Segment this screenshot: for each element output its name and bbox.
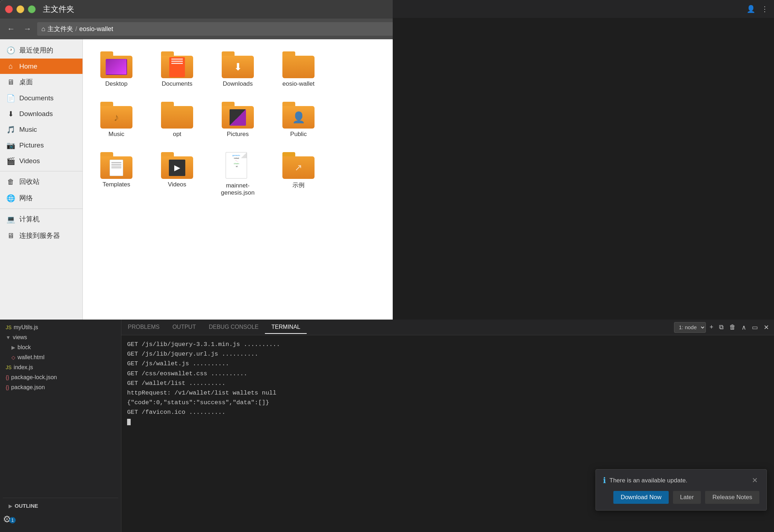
file-item-music[interactable]: ♪ Music — [91, 98, 141, 141]
video-thumb-icon: ▶ — [169, 160, 185, 176]
file-item-example[interactable]: ↗ 示例 — [273, 149, 323, 200]
home-icon: ⌂ — [6, 62, 15, 70]
file-item-desktop[interactable]: Desktop — [91, 48, 141, 91]
term-line-6: httpRequest: /v1/wallet/list wallets nul… — [127, 388, 768, 398]
later-button[interactable]: Later — [673, 491, 701, 504]
explorer-item-myutils[interactable]: JS myUtils.js — [0, 322, 121, 332]
sidebar-item-recent[interactable]: 🕐 最近使用的 — [0, 42, 82, 59]
terminal-up-button[interactable]: ∧ — [739, 322, 748, 332]
release-notes-button[interactable]: Release Notes — [705, 491, 759, 504]
tab-problems[interactable]: PROBLEMS — [121, 321, 166, 334]
explorer-item-packagelock[interactable]: {} package-lock.json — [0, 372, 121, 382]
share-icon: ↗ — [295, 162, 302, 173]
sidebar-label-home: Home — [19, 62, 37, 70]
gear-badge: 1 — [9, 517, 16, 523]
notification-close-button[interactable]: ✕ — [750, 476, 759, 485]
sidebar-item-trash[interactable]: 🗑 回收站 — [0, 174, 82, 190]
vscode-topbar: 👤 ⋮ — [393, 0, 774, 18]
folder-expand-icon: ▼ — [6, 335, 11, 340]
sidebar-label-network: 网络 — [19, 194, 33, 203]
file-item-downloads[interactable]: ⬇ Downloads — [213, 48, 263, 91]
sidebar: 🕐 最近使用的 ⌂ Home 🖥 桌面 📄 Documents ⬇ Downlo… — [0, 39, 83, 320]
sidebar-item-documents[interactable]: 📄 Documents — [0, 90, 82, 106]
pictures-icon: 📷 — [6, 141, 15, 150]
more-icon[interactable]: ⋮ — [761, 5, 768, 13]
outline-expand-icon: ▶ — [9, 503, 12, 509]
explorer-label-packagejson: package.json — [11, 384, 45, 391]
sidebar-item-server[interactable]: 🖥 连接到服务器 — [0, 227, 82, 244]
explorer-label-indexjs: index.js — [14, 364, 33, 371]
music-icon: 🎵 — [6, 125, 15, 134]
file-name-public: Public — [290, 131, 307, 138]
terminal-trash-button[interactable]: 🗑 — [727, 322, 738, 332]
file-item-opt[interactable]: opt — [152, 98, 202, 141]
file-item-templates[interactable]: Templates — [91, 149, 141, 200]
html-icon: ◇ — [11, 355, 15, 360]
breadcrumb-separator: / — [75, 25, 77, 33]
back-button[interactable]: ← — [4, 23, 18, 35]
terminal-controls: 1: node + ⧉ 🗑 ∧ ▭ ✕ — [674, 322, 774, 333]
breadcrumb-home-label: 主文件夹 — [47, 25, 73, 33]
sidebar-label-downloads: Downloads — [19, 110, 53, 118]
explorer-item-views[interactable]: ▼ views — [0, 332, 121, 342]
json-icon-2: {} — [6, 385, 9, 390]
sidebar-item-videos[interactable]: 🎬 Videos — [0, 153, 82, 169]
explorer-item-indexjs[interactable]: JS index.js — [0, 362, 121, 372]
vscode-explorer-sidebar: JS myUtils.js ▼ views ▶ block ◇ wallet.h… — [0, 320, 121, 532]
forward-button[interactable]: → — [21, 23, 34, 35]
terminal-split-button[interactable]: ⧉ — [717, 322, 726, 332]
sidebar-label-documents: Documents — [19, 94, 54, 102]
explorer-label-myutils: myUtils.js — [14, 324, 38, 331]
sidebar-item-network[interactable]: 🌐 网络 — [0, 190, 82, 206]
sidebar-item-music[interactable]: 🎵 Music — [0, 122, 82, 137]
videos-icon: 🎬 — [6, 157, 15, 165]
file-item-eosio-wallet[interactable]: eosio-wallet — [273, 48, 323, 91]
explorer-item-outline[interactable]: ▶ OUTLINE — [3, 501, 118, 511]
sidebar-divider-2 — [0, 209, 82, 209]
explorer-item-block[interactable]: ▶ block — [0, 342, 121, 352]
sidebar-item-computer[interactable]: 💻 计算机 — [0, 211, 82, 227]
terminal-maximize-button[interactable]: ▭ — [750, 322, 760, 332]
sidebar-item-home[interactable]: ⌂ Home — [0, 59, 82, 74]
account-icon[interactable]: 👤 — [747, 5, 755, 13]
file-name-music: Music — [109, 131, 124, 138]
pictures-thumb-icon — [230, 109, 246, 126]
tab-debug-console[interactable]: DEBUG CONSOLE — [202, 321, 265, 334]
file-name-json: mainnet-genesis.json — [216, 182, 259, 196]
tab-output[interactable]: OUTPUT — [166, 321, 202, 334]
breadcrumb-home-icon: ⌂ — [41, 25, 45, 33]
file-name-desktop: Desktop — [105, 80, 127, 87]
explorer-label-block: block — [17, 344, 31, 351]
tab-terminal[interactable]: TERMINAL — [265, 321, 307, 334]
desktop-icon: 🖥 — [6, 78, 15, 86]
file-item-videos[interactable]: ▶ Videos — [152, 149, 202, 200]
explorer-item-wallet[interactable]: ◇ wallet.html — [0, 352, 121, 362]
maximize-button[interactable] — [28, 5, 36, 13]
breadcrumb-sub-label: eosio-wallet — [79, 25, 113, 33]
sidebar-label-videos: Videos — [19, 157, 40, 165]
terminal-close-button[interactable]: ✕ — [762, 322, 771, 332]
file-item-public[interactable]: 👤 Public — [273, 98, 323, 141]
sidebar-item-desktop[interactable]: 🖥 桌面 — [0, 74, 82, 90]
explorer-item-packagejson[interactable]: {} package.json — [0, 382, 121, 392]
close-button[interactable] — [5, 5, 13, 13]
file-item-json[interactable]: genesis: initial: "... chain: id: mainne… — [213, 149, 263, 200]
cursor — [127, 419, 131, 425]
js-icon-2: JS — [6, 365, 11, 370]
sidebar-divider — [0, 171, 82, 171]
folder-collapse-icon: ▶ — [11, 345, 15, 350]
minimize-button[interactable] — [16, 5, 24, 13]
sidebar-item-pictures[interactable]: 📷 Pictures — [0, 137, 82, 153]
terminal-selector[interactable]: 1: node — [674, 322, 706, 333]
terminal-add-button[interactable]: + — [707, 322, 715, 332]
term-line-5: GET /wallet/list .......... — [127, 378, 768, 388]
outline-label: OUTLINE — [15, 503, 38, 509]
notification-header: ℹ There is an available update. ✕ — [603, 476, 759, 485]
file-name-templates: Templates — [102, 181, 130, 188]
file-item-documents[interactable]: Documents — [152, 48, 202, 91]
file-item-pictures[interactable]: Pictures — [213, 98, 263, 141]
documents-icon: 📄 — [6, 94, 15, 102]
term-line-8: GET /favicon.ico .......... — [127, 407, 768, 417]
sidebar-item-downloads[interactable]: ⬇ Downloads — [0, 106, 82, 122]
download-now-button[interactable]: Download Now — [613, 491, 668, 504]
